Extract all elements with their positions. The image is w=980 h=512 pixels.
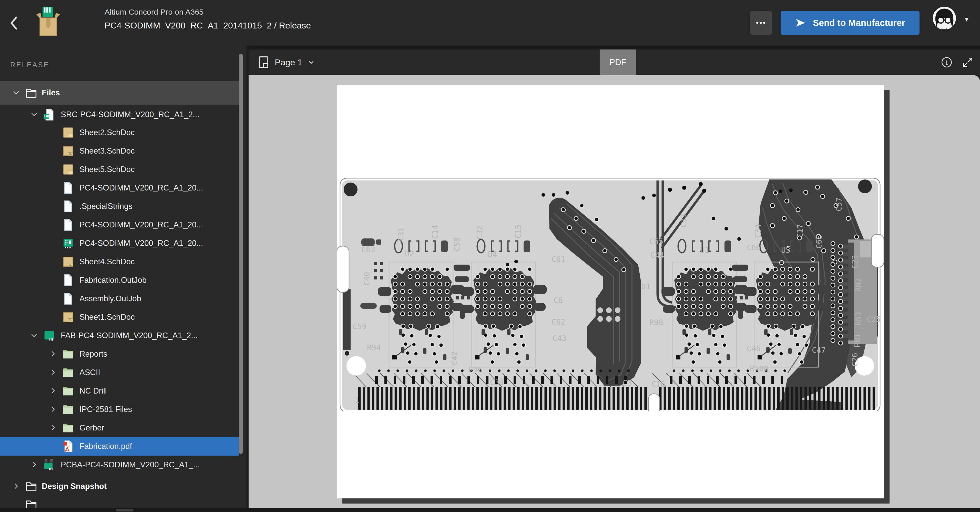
svg-text:C6: C6: [554, 296, 563, 305]
folder-open-icon: [25, 498, 38, 508]
release-package-icon: [35, 5, 62, 37]
page-icon: [258, 56, 270, 69]
doc-icon: [62, 292, 75, 305]
tree-item-label: PC4-SODIMM_V200_RC_A1_20...: [80, 239, 203, 248]
tree-item-label: Fabrication.pdf: [80, 442, 132, 451]
svg-text:R96: R96: [468, 365, 482, 374]
tree-item-label: IPC-2581 Files: [80, 405, 132, 414]
chevron-right-icon[interactable]: [49, 424, 57, 432]
schdoc-icon: [62, 144, 75, 158]
tree-item-design-snapshot[interactable]: Design Snapshot: [0, 477, 239, 496]
tree-item-pc4-sodimm-v200-rc-a1-20[interactable]: PC4-SODIMM_V200_RC_A1_20...: [0, 179, 239, 197]
tree-item-partial[interactable]: [0, 495, 239, 508]
doc-icon: [62, 181, 75, 195]
chevron-right-icon[interactable]: [12, 483, 20, 490]
svg-text:C46: C46: [747, 344, 760, 353]
tree-item-label: NC Drill: [80, 386, 107, 396]
folder-green-icon: [62, 421, 75, 435]
svg-text:C17: C17: [795, 224, 805, 238]
send-to-manufacturer-button[interactable]: Send to Manufacturer: [781, 11, 920, 35]
pcb-green-icon: [62, 237, 75, 250]
svg-text:C57: C57: [834, 198, 843, 211]
svg-text:C25: C25: [867, 315, 881, 324]
svg-text:RN2: RN2: [854, 278, 863, 292]
tree-item-label: Fabrication.OutJob: [80, 276, 146, 285]
tree-item-label: Sheet4.SchDoc: [80, 257, 135, 266]
breadcrumb: PC4-SODIMM_V200_RC_A1_20141015_2 / Relea…: [105, 21, 311, 30]
tree-item-label: Assembly.OutJob: [80, 294, 141, 303]
back-button[interactable]: [7, 13, 22, 33]
chevron-down-icon[interactable]: [30, 111, 38, 118]
avatar-illustration-icon: [933, 7, 956, 30]
tree-item-assembly-outjob[interactable]: Assembly.OutJob: [0, 289, 239, 308]
user-avatar[interactable]: [933, 7, 956, 30]
svg-text:C23: C23: [850, 255, 859, 269]
bottom-scrollbar-thumb[interactable]: [116, 509, 134, 512]
page-selector[interactable]: Page 1: [258, 49, 315, 75]
svg-text:C39: C39: [490, 378, 504, 387]
tree-item-sheet1-schdoc[interactable]: Sheet1.SchDoc: [0, 308, 239, 326]
tree-item-fab-pc4-sodimm-v200-rc-a1-2[interactable]: FAB-PC4-SODIMM_V200_RC_A1_2...: [0, 326, 239, 345]
tree-item-label: PC4-SODIMM_V200_RC_A1_20...: [80, 183, 203, 193]
tree-item-sheet4-schdoc[interactable]: Sheet4.SchDoc: [0, 252, 239, 271]
avatar-dropdown-caret-icon[interactable]: ▼: [964, 16, 970, 23]
svg-text:C59: C59: [353, 322, 366, 331]
chevron-right-icon[interactable]: [49, 369, 57, 376]
fullscreen-button[interactable]: [961, 56, 974, 69]
tree-item-sheet2-schdoc[interactable]: Sheet2.SchDoc: [0, 123, 239, 142]
tree-item-reports[interactable]: Reports: [0, 345, 239, 363]
info-button[interactable]: i: [940, 56, 953, 69]
header-bar: Altium Concord Pro on A365 PC4-SODIMM_V2…: [0, 0, 980, 46]
page-selector-label: Page 1: [275, 57, 302, 67]
tree-item-specialstrings[interactable]: .SpecialStrings: [0, 197, 239, 215]
info-icon: i: [940, 56, 953, 69]
tree-item-ipc-2581-files[interactable]: IPC-2581 Files: [0, 400, 239, 419]
chevron-right-icon[interactable]: [30, 461, 38, 469]
tree-item-pc4-sodimm-v200-rc-a1-20[interactable]: PC4-SODIMM_V200_RC_A1_20...: [0, 215, 239, 234]
sidebar-vertical-scrollbar[interactable]: [239, 54, 243, 454]
chevron-right-icon[interactable]: [49, 387, 57, 395]
svg-text:R100: R100: [750, 364, 768, 373]
tree-item-label: Gerber: [80, 423, 104, 432]
svg-text:D4: D4: [488, 250, 497, 259]
tree-item-nc-drill[interactable]: NC Drill: [0, 382, 239, 400]
tree-item-src-pc4-sodimm-v200-rc-a1-2[interactable]: SRC-PC4-SODIMM_V200_RC_A1_2...: [0, 105, 239, 124]
tree-item-ascii[interactable]: ASCII: [0, 363, 239, 382]
pdf-viewer-area[interactable]: C63C40C59R94C31D2C14C58C32D4C15C61C6C62C…: [248, 75, 980, 508]
chevron-down-icon[interactable]: [12, 89, 20, 97]
tree-item-fabrication-outjob[interactable]: Fabrication.OutJob: [0, 271, 239, 289]
svg-text:C3: C3: [623, 378, 632, 388]
back-chevron-icon: [7, 13, 22, 33]
tree-item-pc4-sodimm-v200-rc-a1-20[interactable]: PC4-SODIMM_V200_RC_A1_20...: [0, 234, 239, 252]
tree-item-fabrication-pdf[interactable]: Fabrication.pdf: [0, 437, 239, 456]
schdoc-icon: [62, 163, 75, 176]
tab-pdf[interactable]: PDF: [600, 49, 636, 75]
tree-item-gerber[interactable]: Gerber: [0, 419, 239, 437]
svg-text:D2: D2: [405, 249, 414, 258]
tree-item-pcba-pc4-sodimm-v200-rc-a1[interactable]: PCBA-PC4-SODIMM_V200_RC_A1_...: [0, 456, 239, 474]
schdoc-icon: [62, 255, 75, 268]
folder-green-icon: [62, 366, 75, 379]
chevron-right-icon[interactable]: [49, 350, 57, 358]
schdoc-icon: [62, 126, 75, 139]
svg-text:C47: C47: [812, 346, 826, 354]
more-options-button[interactable]: •••: [750, 11, 772, 35]
svg-text:i: i: [946, 59, 948, 66]
app-title: Altium Concord Pro on A365: [105, 8, 311, 16]
tree-item-sheet3-schdoc[interactable]: Sheet3.SchDoc: [0, 142, 239, 160]
tree-item-files[interactable]: Files: [0, 81, 239, 105]
chevron-right-icon[interactable]: [49, 405, 57, 413]
chevron-down-icon[interactable]: [30, 332, 38, 340]
fab-icon: [43, 329, 56, 342]
svg-text:C16: C16: [651, 380, 665, 388]
schdoc-icon: [62, 311, 75, 324]
svg-text:C63: C63: [361, 245, 375, 254]
send-icon: [795, 17, 806, 29]
tree-item-sheet5-schdoc[interactable]: Sheet5.SchDoc: [0, 160, 239, 179]
svg-text:R94: R94: [367, 343, 381, 352]
svg-text:RN3: RN3: [854, 312, 863, 325]
svg-text:C68: C68: [815, 235, 823, 249]
chevron-down-icon: [307, 59, 315, 66]
doc-icon: [62, 218, 75, 231]
tree-item-label: Files: [42, 88, 60, 97]
